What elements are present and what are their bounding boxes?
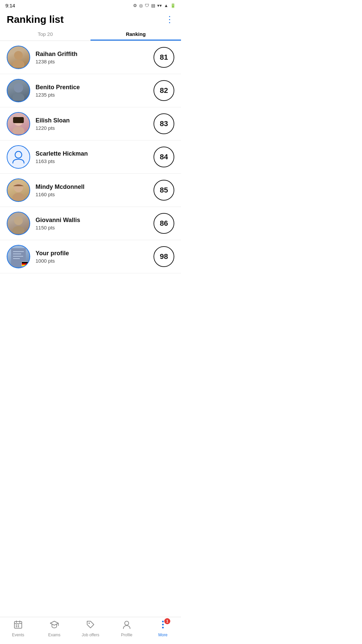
tab-top20[interactable]: Top 20 xyxy=(0,28,90,41)
svg-point-2 xyxy=(14,83,23,93)
svg-point-3 xyxy=(12,93,24,101)
svg-rect-6 xyxy=(13,117,24,123)
person-name: Benito Prentice xyxy=(36,84,148,91)
shield-icon: 🛡 xyxy=(145,3,149,8)
rank-badge: 85 xyxy=(154,180,174,201)
person-pts: 1235 pts xyxy=(36,92,148,98)
list-item[interactable]: Your profile 1000 pts 98 xyxy=(0,240,181,273)
person-info: Raihan Griffith 1238 pts xyxy=(36,51,148,64)
svg-point-8 xyxy=(14,183,23,192)
person-pts: 1163 pts xyxy=(36,158,148,164)
person-info: Benito Prentice 1235 pts xyxy=(36,84,148,98)
ranking-list: Raihan Griffith 1238 pts 81 Benito Prent… xyxy=(0,41,181,273)
person-name: Scarlette Hickman xyxy=(36,150,148,157)
avatar-placeholder xyxy=(7,146,29,168)
person-name: Eilish Sloan xyxy=(36,117,148,124)
tab-ranking[interactable]: Ranking xyxy=(90,28,181,41)
rank-badge: 84 xyxy=(154,147,174,167)
tab-bar: Top 20 Ranking xyxy=(0,28,181,41)
person-pts: 1000 pts xyxy=(36,258,148,264)
avatar xyxy=(7,212,30,235)
avatar xyxy=(7,145,30,169)
list-item[interactable]: Benito Prentice 1235 pts 82 xyxy=(0,74,181,107)
person-pts: 1160 pts xyxy=(36,192,148,197)
rank-badge: 82 xyxy=(154,80,174,101)
list-item[interactable]: Giovanni Wallis 1150 pts 86 xyxy=(0,207,181,240)
status-time: 9:14 xyxy=(5,3,15,8)
list-item[interactable]: Eilish Sloan 1220 pts 83 xyxy=(0,107,181,141)
person-name: Giovanni Wallis xyxy=(36,217,148,224)
person-pts: 1150 pts xyxy=(36,225,148,230)
signal-icon: ▲ xyxy=(164,3,168,8)
person-info: Your profile 1000 pts xyxy=(36,250,148,264)
person-name: Raihan Griffith xyxy=(36,51,148,58)
your-profile-avatar xyxy=(7,245,30,268)
rank-badge: 81 xyxy=(154,47,174,68)
page-header: Ranking list ⋮ xyxy=(0,10,181,28)
avatar xyxy=(7,178,30,202)
rank-badge: 83 xyxy=(154,113,174,134)
avatar xyxy=(7,46,30,69)
person-info: Giovanni Wallis 1150 pts xyxy=(36,217,148,230)
person-info: Eilish Sloan 1220 pts xyxy=(36,117,148,131)
person-pts: 1238 pts xyxy=(36,59,148,64)
status-icons: ⚙ ◎ 🛡 ▤ ▾▾ ▲ 🔋 xyxy=(133,3,176,8)
svg-point-7 xyxy=(15,151,22,158)
person-name: Your profile xyxy=(36,250,148,257)
svg-point-0 xyxy=(14,51,23,60)
header-more-button[interactable]: ⋮ xyxy=(165,15,174,24)
status-bar: 9:14 ⚙ ◎ 🛡 ▤ ▾▾ ▲ 🔋 xyxy=(0,0,181,10)
page-title: Ranking list xyxy=(7,14,64,25)
person-name: Mindy Mcdonnell xyxy=(36,183,148,191)
svg-point-11 xyxy=(12,226,24,233)
battery-icon: 🔋 xyxy=(170,3,176,8)
svg-point-5 xyxy=(12,126,24,134)
list-item[interactable]: Raihan Griffith 1238 pts 81 xyxy=(0,41,181,74)
avatar xyxy=(7,79,30,102)
target-icon: ◎ xyxy=(139,3,143,8)
list-item[interactable]: Mindy Mcdonnell 1160 pts 85 xyxy=(0,174,181,207)
person-info: Scarlette Hickman 1163 pts xyxy=(36,150,148,164)
rank-badge: 98 xyxy=(154,246,174,267)
person-info: Mindy Mcdonnell 1160 pts xyxy=(36,183,148,197)
svg-point-1 xyxy=(12,60,24,67)
rank-badge: 86 xyxy=(154,213,174,234)
storage-icon: ▤ xyxy=(151,3,155,8)
svg-point-10 xyxy=(14,216,23,225)
svg-point-9 xyxy=(12,193,24,200)
avatar xyxy=(7,112,30,136)
person-pts: 1220 pts xyxy=(36,125,148,131)
wifi-icon: ▾▾ xyxy=(157,3,162,8)
gear-icon: ⚙ xyxy=(133,3,137,8)
list-item[interactable]: Scarlette Hickman 1163 pts 84 xyxy=(0,141,181,174)
